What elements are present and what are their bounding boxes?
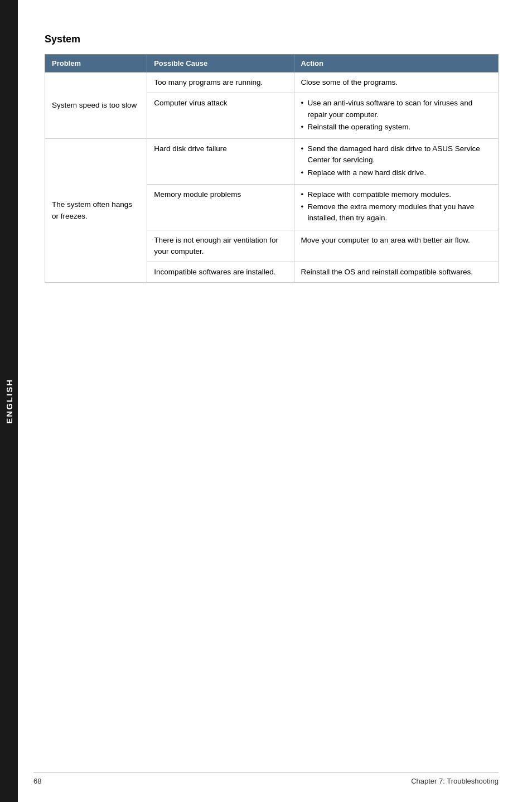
action-bullet-item: Send the damaged hard disk drive to ASUS… [301, 143, 491, 166]
table-header-row: Problem Possible Cause Action [45, 55, 499, 73]
section-title: System [45, 33, 499, 45]
problem-cell: System speed is too slow [45, 73, 147, 139]
cause-cell: Too many programs are running. [147, 73, 294, 93]
action-cell: Send the damaged hard disk drive to ASUS… [294, 139, 498, 185]
footer: 68 Chapter 7: Troubleshooting [33, 772, 499, 785]
action-bullet-item: Reinstall the operating system. [301, 122, 491, 133]
footer-page-number: 68 [33, 777, 41, 785]
cause-cell: Incompatible softwares are installed. [147, 262, 294, 283]
action-cell: Reinstall the OS and reinstall compatibl… [294, 262, 498, 283]
action-cell: Close some of the programs. [294, 73, 498, 93]
col-header-cause: Possible Cause [147, 55, 294, 73]
sidebar-label: ENGLISH [4, 379, 14, 424]
action-bullet-item: Replace with compatible memory modules. [301, 189, 491, 200]
action-bullet-item: Replace with a new hard disk drive. [301, 167, 491, 178]
cause-cell: Memory module problems [147, 184, 294, 230]
action-cell: Use an anti-virus software to scan for v… [294, 93, 498, 139]
troubleshoot-table: Problem Possible Cause Action System spe… [45, 54, 499, 283]
action-bullet-item: Remove the extra memory modules that you… [301, 201, 491, 224]
problem-cell: The system often hangs or freezes. [45, 139, 147, 283]
col-header-problem: Problem [45, 55, 147, 73]
cause-cell: Computer virus attack [147, 93, 294, 139]
main-content: System Problem Possible Cause Action Sys… [22, 0, 532, 316]
table-row: System speed is too slowToo many program… [45, 73, 499, 93]
col-header-action: Action [294, 55, 498, 73]
action-cell: Move your computer to an area with bette… [294, 230, 498, 262]
action-bullet-item: Use an anti-virus software to scan for v… [301, 98, 491, 120]
table-row: The system often hangs or freezes.Hard d… [45, 139, 499, 185]
sidebar: ENGLISH [0, 0, 18, 802]
cause-cell: Hard disk drive failure [147, 139, 294, 185]
action-cell: Replace with compatible memory modules.R… [294, 184, 498, 230]
cause-cell: There is not enough air ventilation for … [147, 230, 294, 262]
footer-chapter: Chapter 7: Troubleshooting [411, 777, 499, 785]
